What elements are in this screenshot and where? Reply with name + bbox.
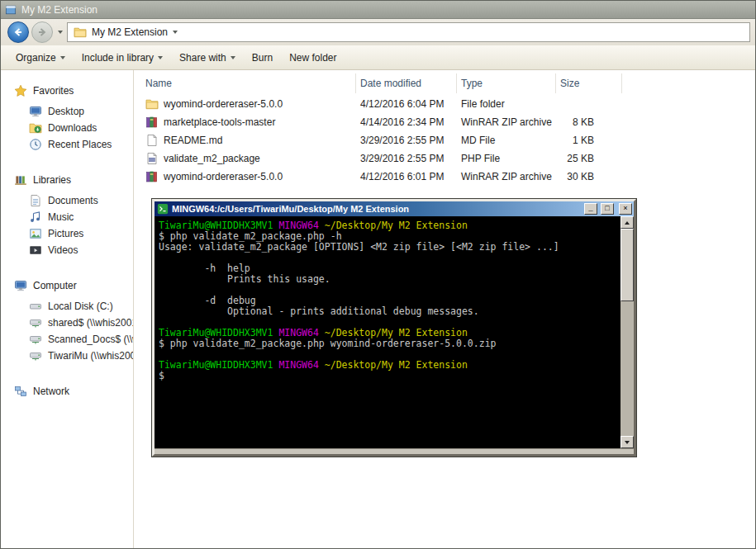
- sidebar-item-desktop[interactable]: Desktop: [1, 103, 133, 120]
- column-header-name[interactable]: Name: [134, 73, 356, 93]
- sidebar-item-shared-drive[interactable]: shared$ (\\whis2001): [1, 315, 133, 331]
- table-row[interactable]: wyomind-ordereraser-5.0.0 4/12/2016 6:04…: [134, 95, 755, 113]
- table-row[interactable]: marketplace-tools-master 4/14/2016 2:34 …: [134, 113, 755, 131]
- sidebar-item-network[interactable]: Network: [1, 382, 133, 400]
- explorer-window: My M2 Extension My M2 Extension Organize…: [0, 0, 756, 549]
- terminal-line: Prints this usage.: [159, 274, 619, 285]
- terminal-scrollbar[interactable]: [620, 216, 634, 448]
- file-icon: [145, 134, 159, 147]
- include-in-library-button[interactable]: Include in library: [74, 49, 171, 67]
- libraries-label: Libraries: [33, 174, 71, 186]
- minimize-button[interactable]: _: [584, 203, 597, 215]
- column-header-date-modified[interactable]: Date modified: [356, 73, 457, 93]
- file-name: validate_m2_package: [164, 153, 260, 164]
- sidebar-item-computer[interactable]: Computer: [1, 277, 133, 295]
- burn-button[interactable]: Burn: [244, 49, 281, 67]
- triangle-up-icon: [625, 221, 630, 225]
- column-header-type[interactable]: Type: [457, 73, 556, 93]
- php-icon: [145, 152, 159, 165]
- organize-button[interactable]: Organize: [7, 49, 74, 67]
- document-icon: [29, 194, 42, 207]
- address-chevron-down-icon[interactable]: [173, 31, 178, 34]
- address-bar[interactable]: My M2 Extension: [67, 22, 750, 42]
- sidebar-item-documents[interactable]: Documents: [1, 192, 133, 209]
- file-name: marketplace-tools-master: [164, 116, 275, 128]
- file-name: README.md: [164, 135, 222, 146]
- new-folder-button[interactable]: New folder: [281, 49, 345, 67]
- library-icon: [14, 173, 27, 187]
- clock-icon: [29, 138, 42, 151]
- terminal-titlebar[interactable]: MINGW64:/c/Users/TiwariMu/Desktop/My M2 …: [155, 201, 634, 216]
- sidebar-section-network: Network: [1, 382, 133, 400]
- chevron-down-icon: [60, 56, 65, 59]
- folder-icon: [145, 97, 159, 111]
- maximize-button[interactable]: □: [601, 203, 614, 215]
- address-location[interactable]: My M2 Extension: [92, 26, 168, 38]
- back-button[interactable]: [7, 21, 29, 43]
- sidebar-item-downloads[interactable]: Downloads: [1, 120, 133, 136]
- forward-arrow-icon: [37, 27, 47, 37]
- sidebar: Favorites Desktop Downloads Recent Place…: [1, 70, 134, 548]
- sidebar-item-videos[interactable]: Videos: [1, 242, 133, 258]
- window-titlebar[interactable]: My M2 Extension: [1, 1, 755, 19]
- network-drive-icon: [29, 333, 42, 346]
- triangle-down-icon: [625, 441, 630, 444]
- monitor-icon: [29, 105, 42, 118]
- table-row[interactable]: wyomind-ordereraser-5.0.0 4/12/2016 6:01…: [134, 168, 755, 186]
- table-row[interactable]: validate_m2_package 3/29/2016 2:55 PM PH…: [134, 149, 755, 168]
- organize-label: Organize: [16, 52, 56, 64]
- sidebar-item-recent-places[interactable]: Recent Places: [1, 136, 133, 153]
- sidebar-item-scanned-docs-drive[interactable]: Scanned_Docs$ (\\whi: [1, 331, 133, 348]
- sidebar-item-libraries[interactable]: Libraries: [1, 171, 133, 189]
- folder-location-icon: [74, 26, 87, 39]
- winrar-icon: [145, 170, 159, 183]
- table-row[interactable]: README.md 3/29/2016 2:55 PM MD File 1 KB: [134, 131, 755, 149]
- file-type: WinRAR ZIP archive: [457, 171, 556, 182]
- sidebar-item-pictures[interactable]: Pictures: [1, 225, 133, 242]
- chevron-down-icon: [158, 56, 163, 59]
- file-name: wyomind-ordereraser-5.0.0: [164, 98, 283, 110]
- picture-icon: [29, 227, 42, 240]
- network-label: Network: [33, 386, 69, 397]
- mintty-icon: [157, 203, 169, 215]
- terminal-output[interactable]: TiwariMu@WHIDDHX3MV1 MINGW64 ~/Desktop/M…: [155, 216, 620, 448]
- network-drive-icon: [29, 349, 42, 362]
- share-with-button[interactable]: Share with: [171, 49, 244, 67]
- terminal-body[interactable]: TiwariMu@WHIDDHX3MV1 MINGW64 ~/Desktop/M…: [155, 216, 634, 454]
- file-name: wyomind-ordereraser-5.0.0: [164, 171, 283, 182]
- scroll-up-button[interactable]: [620, 216, 634, 229]
- scroll-down-button[interactable]: [620, 436, 634, 448]
- file-date: 3/29/2016 2:55 PM: [356, 153, 457, 164]
- include-in-library-label: Include in library: [82, 52, 154, 64]
- scroll-thumb[interactable]: [620, 229, 634, 301]
- chevron-down-icon: [231, 56, 235, 59]
- file-type: WinRAR ZIP archive: [457, 116, 556, 128]
- terminal-window: MINGW64:/c/Users/TiwariMu/Desktop/My M2 …: [152, 199, 636, 457]
- file-rows: wyomind-ordereraser-5.0.0 4/12/2016 6:04…: [134, 95, 755, 186]
- file-type: File folder: [457, 98, 556, 110]
- star-icon: [14, 84, 27, 97]
- file-size: 25 KB: [556, 153, 622, 164]
- share-with-label: Share with: [179, 52, 226, 64]
- terminal-line: Usage: validate_m2_package [OPTIONS] <M2…: [159, 242, 619, 253]
- file-date: 4/14/2016 2:34 PM: [356, 116, 457, 128]
- sidebar-item-local-disk-c[interactable]: Local Disk (C:): [1, 298, 133, 315]
- file-type: MD File: [457, 135, 556, 146]
- file-type: PHP File: [457, 153, 556, 164]
- navigation-bar: My M2 Extension: [1, 19, 755, 45]
- close-button[interactable]: ×: [619, 203, 632, 215]
- sidebar-section-computer: Computer Local Disk (C:) shared$ (\\whis…: [1, 277, 133, 364]
- sidebar-item-favorites[interactable]: Favorites: [1, 82, 133, 100]
- horizontal-scrollbar[interactable]: [155, 448, 634, 454]
- terminal-title: MINGW64:/c/Users/TiwariMu/Desktop/My M2 …: [172, 204, 581, 214]
- file-list-header: Name Date modified Type Size: [134, 73, 755, 93]
- new-folder-label: New folder: [289, 52, 336, 64]
- history-chevron-down-icon[interactable]: [58, 31, 63, 34]
- sidebar-section-libraries: Libraries Documents Music Pictures Video…: [1, 171, 133, 258]
- file-date: 3/29/2016 2:55 PM: [356, 135, 457, 146]
- sidebar-item-tiwarimu-drive[interactable]: TiwariMu (\\whis2001\: [1, 348, 133, 364]
- sidebar-item-music[interactable]: Music: [1, 209, 133, 225]
- forward-button[interactable]: [31, 21, 53, 43]
- file-size: 30 KB: [556, 171, 622, 182]
- column-header-size[interactable]: Size: [556, 73, 622, 93]
